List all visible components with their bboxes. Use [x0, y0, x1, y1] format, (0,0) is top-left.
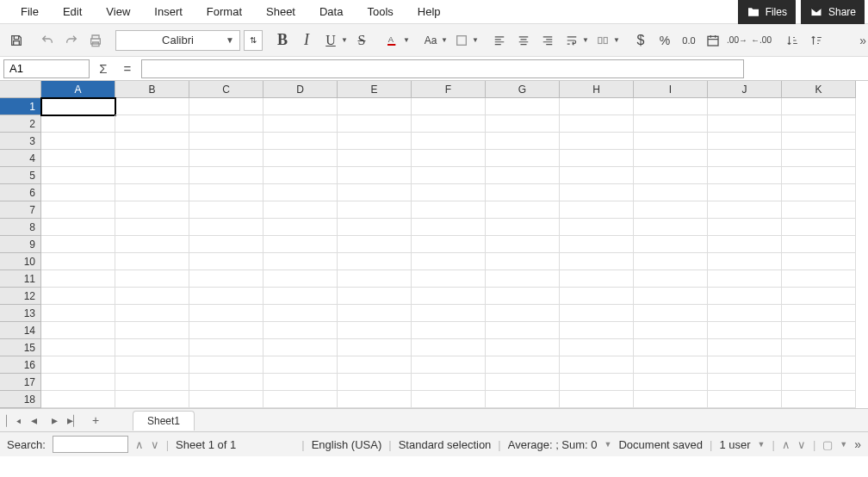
menu-format[interactable]: Format [195, 2, 254, 22]
cell[interactable] [412, 98, 486, 115]
cell[interactable] [189, 236, 264, 253]
redo-icon[interactable] [60, 29, 83, 52]
cell[interactable] [41, 184, 115, 201]
cell[interactable] [264, 253, 338, 270]
cell[interactable] [264, 356, 338, 374]
cell[interactable] [412, 374, 486, 391]
share-button[interactable]: Share [801, 0, 865, 26]
percent-icon[interactable]: % [654, 29, 676, 52]
cell[interactable] [412, 115, 486, 133]
italic-button[interactable]: I [295, 29, 318, 52]
cell[interactable] [708, 150, 782, 167]
search-input[interactable] [53, 436, 128, 453]
cell[interactable] [560, 374, 634, 391]
cell[interactable] [264, 339, 338, 356]
cell[interactable] [560, 391, 634, 408]
print-icon[interactable] [84, 29, 107, 52]
cell[interactable] [264, 288, 338, 305]
strikethrough-button[interactable]: S [350, 29, 373, 52]
formula-input[interactable] [141, 59, 744, 78]
cell[interactable] [560, 339, 634, 356]
cell[interactable] [634, 270, 708, 288]
cell[interactable] [634, 253, 708, 270]
cell[interactable] [41, 133, 115, 150]
cell[interactable] [115, 236, 189, 253]
cell[interactable] [708, 288, 782, 305]
cell[interactable] [486, 391, 560, 408]
menu-sheet[interactable]: Sheet [254, 2, 307, 22]
cell[interactable] [115, 305, 189, 322]
cell[interactable] [634, 391, 708, 408]
cell[interactable] [41, 270, 115, 288]
cell[interactable] [782, 339, 856, 356]
cell[interactable] [412, 133, 486, 150]
select-all-corner[interactable] [0, 81, 41, 98]
cell[interactable] [486, 98, 560, 115]
cell[interactable] [115, 374, 189, 391]
cell[interactable] [560, 270, 634, 288]
cell[interactable] [412, 219, 486, 236]
cell[interactable] [560, 288, 634, 305]
cell[interactable] [115, 133, 189, 150]
cell[interactable] [41, 167, 115, 184]
cell[interactable] [634, 288, 708, 305]
cell[interactable] [338, 201, 412, 219]
cell[interactable] [338, 98, 412, 115]
cell[interactable] [115, 167, 189, 184]
menu-insert[interactable]: Insert [142, 2, 195, 22]
cell[interactable] [338, 219, 412, 236]
cell[interactable] [338, 253, 412, 270]
cell[interactable] [782, 356, 856, 374]
name-box[interactable]: A1 [3, 59, 90, 78]
cell[interactable] [264, 184, 338, 201]
cell[interactable] [189, 219, 264, 236]
row-header-17[interactable]: 17 [0, 374, 41, 391]
merge-cells-icon[interactable] [592, 29, 614, 52]
currency-icon[interactable]: $ [629, 29, 652, 52]
cell[interactable] [486, 288, 560, 305]
cell[interactable] [560, 305, 634, 322]
cell[interactable] [338, 374, 412, 391]
cell[interactable] [338, 339, 412, 356]
cell[interactable] [115, 184, 189, 201]
cell[interactable] [708, 391, 782, 408]
cell[interactable] [782, 253, 856, 270]
underline-button[interactable]: U [319, 29, 342, 52]
cell[interactable] [782, 270, 856, 288]
cell[interactable] [338, 391, 412, 408]
cell[interactable] [264, 305, 338, 322]
cell[interactable] [412, 167, 486, 184]
cell[interactable] [189, 305, 264, 322]
menu-view[interactable]: View [94, 2, 142, 22]
row-header-18[interactable]: 18 [0, 391, 41, 408]
cell[interactable] [486, 374, 560, 391]
selection-mode[interactable]: Standard selection [399, 438, 492, 451]
search-next-icon[interactable]: ∨ [151, 438, 159, 451]
cell[interactable] [338, 356, 412, 374]
cell[interactable] [189, 167, 264, 184]
number-format-icon[interactable]: 0.0 [678, 29, 700, 52]
cell[interactable] [708, 201, 782, 219]
cell[interactable] [782, 236, 856, 253]
cell[interactable] [264, 322, 338, 339]
row-header-1[interactable]: 1 [0, 98, 41, 115]
cell[interactable] [708, 305, 782, 322]
next-sheet-icon[interactable]: ▸ [45, 411, 64, 430]
align-right-icon[interactable] [536, 29, 559, 52]
cell[interactable] [560, 133, 634, 150]
cell[interactable] [264, 236, 338, 253]
cell[interactable] [41, 305, 115, 322]
wrap-text-icon[interactable] [561, 29, 583, 52]
cell[interactable] [634, 167, 708, 184]
cell[interactable] [634, 374, 708, 391]
cell[interactable] [782, 184, 856, 201]
cell[interactable] [115, 115, 189, 133]
col-header-H[interactable]: H [560, 81, 634, 98]
col-header-F[interactable]: F [412, 81, 486, 98]
sidebar-toggle-icon[interactable]: ▢ [822, 438, 833, 451]
cell[interactable] [708, 133, 782, 150]
col-header-B[interactable]: B [115, 81, 189, 98]
zoom-next-icon[interactable]: ∨ [797, 438, 806, 451]
chevron-down-icon[interactable]: ▼ [758, 440, 766, 449]
cell[interactable] [41, 374, 115, 391]
